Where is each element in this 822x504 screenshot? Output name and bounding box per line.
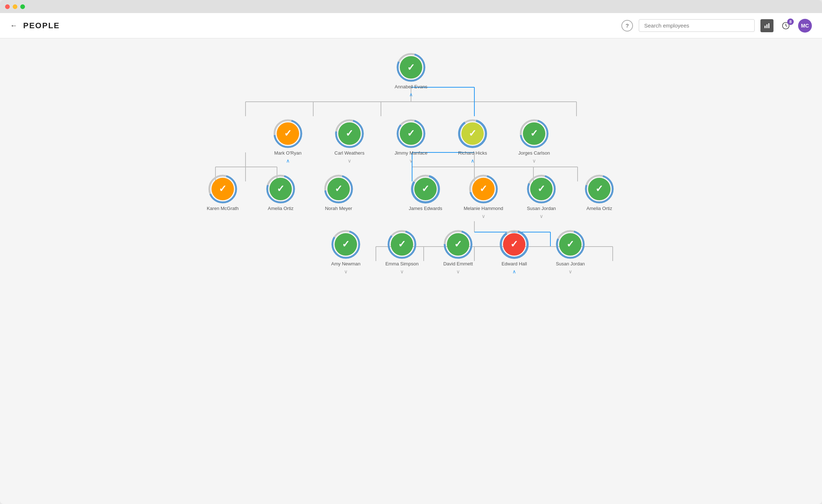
main-content: ✓ Annabell Evans ∧ (0, 38, 822, 504)
avatar-richard-hicks[interactable]: ✓ (458, 119, 487, 148)
notification-badge: 8 (787, 18, 794, 25)
level-3: ✓ Amy Newman ∨ ✓ (288, 230, 628, 274)
level-0: ✓ Annabell Evans ∧ (194, 53, 628, 97)
node-carl-weathers[interactable]: ✓ Carl Weathers ∨ (328, 119, 371, 164)
label-annabell-evans: Annabell Evans (395, 84, 427, 90)
chart-icon (764, 22, 770, 29)
node-karen-mcgrath[interactable]: ✓ Karen McGrath (201, 175, 244, 219)
avatar-susan-jordan-l3[interactable]: ✓ (556, 230, 585, 259)
node-richard-hicks[interactable]: ✓ Richard Hicks ∧ (451, 119, 494, 164)
chevron-down-susan-jordan-l3[interactable]: ∨ (569, 269, 572, 274)
label-susan-jordan-l2: Susan Jordan (527, 206, 556, 212)
avatar-amy-newman[interactable]: ✓ (331, 230, 360, 259)
avatar-david-emmett[interactable]: ✓ (444, 230, 473, 259)
label-norah-meyer: Norah Meyer (325, 206, 352, 212)
avatar-norah-meyer[interactable]: ✓ (324, 175, 353, 203)
label-susan-jordan-l3: Susan Jordan (556, 261, 585, 267)
node-amy-newman[interactable]: ✓ Amy Newman ∨ (324, 230, 368, 274)
search-input[interactable] (639, 19, 755, 32)
label-richard-hicks: Richard Hicks (458, 150, 487, 156)
node-mark-oryan[interactable]: ✓ Mark O'Ryan ∧ (266, 119, 310, 164)
node-norah-meyer[interactable]: ✓ Norah Meyer (317, 175, 360, 219)
node-annabell-evans[interactable]: ✓ Annabell Evans ∧ (389, 53, 433, 97)
label-karen-mcgrath: Karen McGrath (207, 206, 239, 212)
avatar-susan-jordan-l2[interactable]: ✓ (527, 175, 556, 203)
node-david-emmett[interactable]: ✓ David Emmett ∨ (436, 230, 480, 274)
header-actions: ? 8 MC (621, 19, 812, 33)
node-james-edwards[interactable]: ✓ James Edwards (404, 175, 447, 219)
back-icon: ← (10, 21, 17, 30)
title-bar (0, 0, 822, 13)
node-jorges-carlson[interactable]: ✓ Jorges Carlson ∨ (512, 119, 556, 164)
chevron-down-emma-simpson[interactable]: ∨ (400, 269, 404, 274)
label-mark-oryan: Mark O'Ryan (274, 150, 301, 156)
label-edward-hall: Edward Hall (502, 261, 527, 267)
label-david-emmett: David Emmett (443, 261, 473, 267)
avatar-jimmy-manface[interactable]: ✓ (397, 119, 425, 148)
node-susan-jordan-l3[interactable]: ✓ Susan Jordan ∨ (549, 230, 592, 274)
avatar-edward-hall[interactable]: ✓ (500, 230, 529, 259)
chevron-annabell-evans[interactable]: ∧ (409, 92, 413, 97)
chevron-down-melanie-hammond[interactable]: ∨ (482, 213, 485, 219)
level2-right-group: ✓ James Edwards ✓ (404, 175, 621, 219)
avatar-melanie-hammond[interactable]: ✓ (469, 175, 498, 203)
chevron-down-amy-newman[interactable]: ∨ (344, 269, 348, 274)
node-emma-simpson[interactable]: ✓ Emma Simpson ∨ (380, 230, 424, 274)
avatar-annabell-evans[interactable]: ✓ (397, 53, 425, 82)
level2-left-group: ✓ Karen McGrath ✓ (201, 175, 360, 219)
avatar-mark-oryan[interactable]: ✓ (273, 119, 302, 148)
label-jimmy-manface: Jimmy Manface (394, 150, 427, 156)
label-amy-newman: Amy Newman (331, 261, 361, 267)
user-avatar[interactable]: MC (798, 19, 812, 33)
avatar-amelia-ortiz-l2[interactable]: ✓ (266, 175, 295, 203)
label-melanie-hammond: Melanie Hammond (464, 206, 503, 212)
chevron-down-david-emmett[interactable]: ∨ (456, 269, 460, 274)
chevron-up-mark-oryan[interactable]: ∧ (286, 158, 290, 164)
node-amelia-ortiz-r[interactable]: ✓ Amelia Ortiz (578, 175, 621, 219)
chevron-down-susan-jordan-l2[interactable]: ∨ (540, 213, 543, 219)
back-button[interactable]: ← (10, 21, 17, 30)
avatar-jorges-carlson[interactable]: ✓ (520, 119, 549, 148)
chevron-up-richard-hicks[interactable]: ∧ (471, 158, 474, 164)
label-james-edwards: James Edwards (409, 206, 442, 212)
avatar-emma-simpson[interactable]: ✓ (387, 230, 416, 259)
svg-rect-0 (764, 26, 766, 28)
chevron-down-jorges-carlson[interactable]: ∨ (532, 158, 536, 164)
level-2: ✓ Karen McGrath ✓ (194, 175, 628, 219)
avatar-james-edwards[interactable]: ✓ (411, 175, 440, 203)
help-button[interactable]: ? (621, 20, 633, 32)
notifications-button[interactable]: 8 (779, 19, 792, 32)
chevron-down-jimmy-manface[interactable]: ∨ (409, 158, 413, 164)
node-jimmy-manface[interactable]: ✓ Jimmy Manface ∨ (389, 119, 433, 164)
svg-rect-1 (767, 24, 768, 28)
node-amelia-ortiz-l2[interactable]: ✓ Amelia Ortiz (259, 175, 302, 219)
chart-button[interactable] (760, 19, 773, 32)
chevron-down-carl-weathers[interactable]: ∨ (348, 158, 351, 164)
minimize-dot[interactable] (13, 4, 17, 9)
header: ← PEOPLE ? 8 MC (0, 13, 822, 38)
label-amelia-ortiz-l2: Amelia Ortiz (268, 206, 294, 212)
svg-line-5 (786, 26, 787, 26)
avatar-karen-mcgrath[interactable]: ✓ (208, 175, 237, 203)
node-edward-hall[interactable]: ✓ Edward Hall ∧ (492, 230, 536, 274)
avatar-carl-weathers[interactable]: ✓ (335, 119, 364, 148)
close-dot[interactable] (5, 4, 10, 9)
chevron-up-edward-hall[interactable]: ∧ (512, 269, 516, 274)
app-window: ← PEOPLE ? 8 MC (0, 0, 822, 504)
svg-rect-2 (768, 23, 769, 28)
node-susan-jordan-l2[interactable]: ✓ Susan Jordan ∨ (520, 175, 563, 219)
label-amelia-ortiz-r: Amelia Ortiz (587, 206, 612, 212)
org-chart: ✓ Annabell Evans ∧ (194, 53, 628, 274)
label-carl-weathers: Carl Weathers (335, 150, 365, 156)
label-emma-simpson: Emma Simpson (385, 261, 419, 267)
node-melanie-hammond[interactable]: ✓ Melanie Hammond ∨ (462, 175, 505, 219)
page-title: PEOPLE (23, 21, 60, 30)
avatar-amelia-ortiz-r[interactable]: ✓ (585, 175, 614, 203)
label-jorges-carlson: Jorges Carlson (518, 150, 550, 156)
level-1: ✓ Mark O'Ryan ∧ ✓ (194, 119, 628, 164)
maximize-dot[interactable] (20, 4, 25, 9)
